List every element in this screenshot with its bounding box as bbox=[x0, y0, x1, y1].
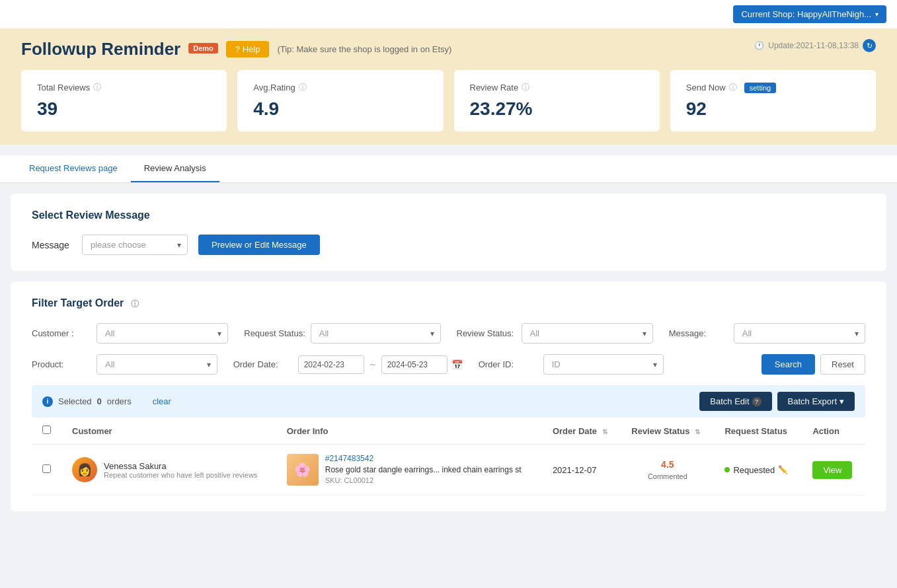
th-order-info: Order Info bbox=[276, 418, 542, 445]
send-now-label: Send Now bbox=[686, 83, 726, 92]
commented-badge: Commented bbox=[648, 472, 687, 480]
edit-icon[interactable]: ✏️ bbox=[778, 465, 788, 474]
product-thumbnail: 🌸 bbox=[287, 454, 319, 486]
request-status-select-wrapper[interactable]: All bbox=[311, 323, 441, 344]
review-status-filter-label: Review Status: bbox=[457, 328, 516, 338]
orders-table: Customer Order Info Order Date ⇅ Review … bbox=[32, 418, 865, 496]
demo-badge: Demo bbox=[188, 43, 218, 54]
table-row: 👩 Venessa Sakura Repeat customer who hav… bbox=[32, 445, 865, 496]
th-request-status: Request Status bbox=[714, 418, 802, 445]
order-id: #2147483542 bbox=[325, 454, 522, 463]
batch-export-button[interactable]: Batch Export ▾ bbox=[777, 392, 855, 411]
filter-review-status: Review Status: All bbox=[457, 323, 653, 344]
select-all-checkbox[interactable] bbox=[42, 425, 51, 434]
message-filter-select[interactable]: All bbox=[734, 323, 865, 344]
stat-card-total-reviews: Total Reviews ⓘ 39 bbox=[21, 70, 227, 131]
tabs-section: Request Reviews page Review Analysis bbox=[0, 155, 897, 183]
th-action: Action bbox=[802, 418, 865, 445]
customer-select-wrapper[interactable]: All bbox=[97, 323, 228, 344]
app-title: Followup Reminder bbox=[21, 39, 180, 59]
batch-export-chevron-icon: ▾ bbox=[839, 396, 844, 406]
filter-product: Product: All bbox=[32, 354, 217, 375]
tab-request-reviews[interactable]: Request Reviews page bbox=[16, 155, 131, 182]
send-now-info-icon: ⓘ bbox=[729, 82, 737, 93]
tab-review-analysis[interactable]: Review Analysis bbox=[131, 155, 219, 182]
chevron-down-icon: ▾ bbox=[875, 11, 878, 18]
request-status-filter-label: Request Status: bbox=[244, 328, 305, 338]
filter-help-icon[interactable]: ⓘ bbox=[131, 299, 139, 309]
customer-sub: Repeat customer who have left positive r… bbox=[104, 471, 257, 479]
batch-edit-button[interactable]: Batch Edit ? bbox=[699, 392, 771, 411]
header-top: Followup Reminder Demo ? Help (Tip: Make… bbox=[21, 39, 876, 59]
request-status-select[interactable]: All bbox=[311, 323, 441, 344]
review-status-sort-icon[interactable]: ⇅ bbox=[695, 428, 700, 435]
filter-section: Filter Target Order ⓘ Customer : All Req… bbox=[11, 281, 886, 511]
customer-filter-label: Customer : bbox=[32, 328, 91, 338]
filter-customer: Customer : All bbox=[32, 323, 228, 344]
product-select[interactable]: All bbox=[97, 354, 217, 375]
tip-text: (Tip: Make sure the shop is logged in on… bbox=[277, 44, 451, 54]
message-select-wrapper[interactable]: please choose bbox=[82, 235, 188, 255]
order-id-select[interactable]: ID bbox=[543, 354, 664, 375]
refresh-icon[interactable]: ↻ bbox=[863, 39, 876, 52]
selection-area: i Selected 0 orders clear Batch Edit ? B… bbox=[32, 385, 865, 496]
product-filter-label: Product: bbox=[32, 359, 91, 369]
th-order-date: Order Date ⇅ bbox=[542, 418, 621, 445]
review-status-cell: 4.5 Commented bbox=[621, 445, 714, 496]
filter-message: Message: All bbox=[669, 323, 865, 344]
setting-badge[interactable]: setting bbox=[744, 83, 776, 93]
date-from-input[interactable] bbox=[298, 355, 364, 374]
message-select[interactable]: please choose bbox=[82, 235, 188, 255]
preview-edit-button[interactable]: Preview or Edit Message bbox=[198, 235, 320, 255]
action-cell: View bbox=[802, 445, 865, 496]
avg-rating-value: 4.9 bbox=[253, 98, 427, 120]
send-now-value: 92 bbox=[686, 98, 860, 120]
view-button[interactable]: View bbox=[812, 461, 852, 479]
selected-count: 0 bbox=[97, 396, 102, 406]
filter-order-date: Order Date: ～ 📅 bbox=[233, 355, 463, 374]
selection-bar: i Selected 0 orders clear Batch Edit ? B… bbox=[32, 385, 865, 418]
clock-icon: 🕐 bbox=[754, 41, 764, 50]
order-sku: SKU: CL00012 bbox=[325, 476, 522, 484]
help-button[interactable]: ? Help bbox=[226, 41, 270, 57]
status-text: Requested bbox=[733, 465, 775, 475]
search-button[interactable]: Search bbox=[761, 354, 815, 375]
selected-label: Selected bbox=[58, 396, 92, 406]
top-bar: Current Shop: HappyAllTheNigh... ▾ bbox=[0, 0, 897, 28]
stats-row: Total Reviews ⓘ 39 Avg.Rating ⓘ 4.9 Revi… bbox=[21, 70, 876, 131]
filter-actions: Search Reset bbox=[680, 354, 865, 375]
clear-link[interactable]: clear bbox=[153, 396, 171, 406]
order-id-select-wrapper[interactable]: ID bbox=[543, 354, 664, 375]
orders-unit: orders bbox=[107, 396, 132, 406]
message-filter-select-wrapper[interactable]: All bbox=[734, 323, 865, 344]
shop-selector-button[interactable]: Current Shop: HappyAllTheNigh... ▾ bbox=[733, 5, 886, 23]
header-banner: 🕐 Update:2021-11-08,13:38 ↻ Followup Rem… bbox=[0, 28, 897, 145]
row-checkbox-cell bbox=[32, 445, 61, 496]
th-checkbox bbox=[32, 418, 61, 445]
batch-actions: Batch Edit ? Batch Export ▾ bbox=[699, 392, 855, 411]
customer-select[interactable]: All bbox=[97, 323, 228, 344]
avatar: 👩 bbox=[72, 457, 97, 482]
review-rate-label: Review Rate bbox=[470, 83, 519, 92]
total-reviews-label: Total Reviews bbox=[37, 83, 90, 92]
customer-cell: 👩 Venessa Sakura Repeat customer who hav… bbox=[61, 445, 276, 496]
review-status-select[interactable]: All bbox=[522, 323, 653, 344]
total-reviews-info-icon: ⓘ bbox=[93, 82, 101, 93]
calendar-icon[interactable]: 📅 bbox=[451, 359, 463, 370]
info-circle-icon: i bbox=[42, 396, 53, 407]
review-status-select-wrapper[interactable]: All bbox=[522, 323, 653, 344]
total-reviews-value: 39 bbox=[37, 98, 211, 120]
order-date-cell: 2021-12-07 bbox=[542, 445, 621, 496]
order-name: Rose gold star dangle earrings... inked … bbox=[325, 465, 522, 474]
date-range: ～ 📅 bbox=[298, 355, 463, 374]
product-select-wrapper[interactable]: All bbox=[97, 354, 217, 375]
stat-card-avg-rating: Avg.Rating ⓘ 4.9 bbox=[237, 70, 443, 131]
th-customer: Customer bbox=[61, 418, 276, 445]
order-date-sort-icon[interactable]: ⇅ bbox=[602, 428, 607, 435]
filter-request-status: Request Status: All bbox=[244, 323, 440, 344]
date-to-input[interactable] bbox=[381, 355, 448, 374]
update-info: 🕐 Update:2021-11-08,13:38 ↻ bbox=[754, 39, 876, 52]
row-checkbox[interactable] bbox=[42, 464, 51, 473]
reset-button[interactable]: Reset bbox=[820, 354, 865, 375]
selection-info: i Selected 0 orders clear bbox=[42, 396, 171, 407]
